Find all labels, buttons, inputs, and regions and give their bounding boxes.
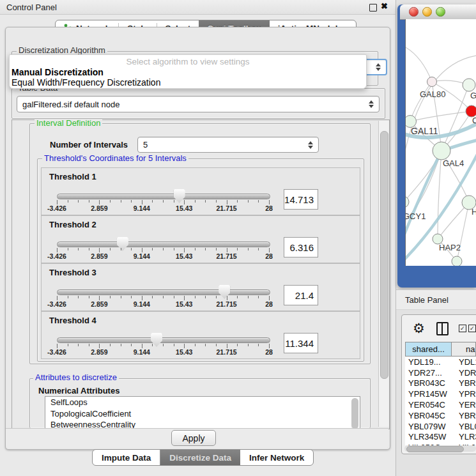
num-intervals-combobox[interactable]: 5 [137,137,319,153]
threshold-4-slider-track[interactable] [57,337,270,343]
table-data-value: galFiltered.sif default node [22,100,119,109]
close-icon[interactable]: ✖ [381,1,388,11]
table-row[interactable]: YBR045CYBR0 [405,410,476,421]
threshold-2-label: Threshold 2 [49,220,96,229]
network-node-gal4[interactable] [433,142,450,160]
network-canvas[interactable]: GAL80 G C GAL11 GAL4 H GCY1 HAP2 [405,19,476,266]
threshold-1-slider-track[interactable] [57,194,270,199]
table-header-row: shared... na [405,342,476,357]
tab-impute-data[interactable]: Impute Data [93,450,160,465]
list-item[interactable]: TopologicalCoefficient [45,408,360,420]
node-label-gal80: GAL80 [420,89,445,99]
control-panel-titlebar: Control Panel [0,0,395,15]
network-node[interactable] [463,79,475,91]
algorithm-dropdown-popup: Select algorithm to view settings Manual… [9,54,367,89]
split-columns-icon[interactable] [436,322,449,335]
stepper-arrows-icon [308,141,313,149]
threshold-1-value-field[interactable]: 14.713 [284,189,318,210]
settings-vertical-scrollbar[interactable] [378,121,389,427]
threshold-3-label: Threshold 3 [49,268,96,277]
network-node[interactable] [427,77,437,87]
node-label-partial-c: C [472,116,476,125]
apply-button[interactable]: Apply [171,430,216,446]
control-panel-window: Control Panel ✖ Network Style Select Cyn… [0,0,396,476]
num-intervals-label: Number of Intervals [50,140,128,150]
table-data-combobox[interactable]: galFiltered.sif default node [17,96,380,112]
network-node[interactable] [406,196,409,208]
column-header-shared-name[interactable]: shared... [405,342,452,357]
checkbox-icons[interactable]: ✓ ✓ [459,325,476,332]
table-row[interactable]: YBR043CYBR0 [405,378,476,389]
threshold-4-value-field[interactable]: 11.344 [284,333,318,353]
table-row[interactable]: YDR27...YDR2 [405,367,476,378]
checkbox-icon: ✓ [468,325,476,332]
threshold-2-panel: Threshold 2 -3.4262.8599.14415.4321.7152… [41,215,360,263]
slider-scale-labels: -3.4262.8599.14415.4321.71528 [57,348,269,356]
node-label-gal4: GAL4 [443,158,464,168]
network-node[interactable] [452,256,462,266]
network-window-titlebar [400,4,476,20]
checkbox-icon: ✓ [459,325,466,332]
node-label-hap2: HAP2 [439,243,461,252]
node-label-gal11: GAL11 [411,126,438,136]
dropdown-option-equal-width-frequency[interactable]: Equal Width/Frequency Discretization [12,77,160,88]
node-label-partial-h: H [472,207,476,217]
interval-definition-label: Interval Definition [35,119,102,128]
table-row[interactable]: YBL079WYBL0 [405,421,476,432]
threshold-1-panel: Threshold 1 -3.4262.8599.14415.4321.7152… [41,167,360,215]
algorithm-group-label: Discretization Algorithm [17,46,107,55]
table-rows: YDL19...YDL1YDR27...YDR2YBR043CYBR0YPR14… [405,357,476,445]
threshold-3-value-field[interactable]: 21.4 [284,285,318,305]
threshold-1-label: Threshold 1 [49,172,96,181]
bottom-tabbar: Impute Data Discretize Data Infer Networ… [92,449,314,466]
list-item[interactable]: SelfLoops [45,397,360,408]
dropdown-hint: Select algorithm to view settings [10,57,366,66]
numerical-attributes-label: Numerical Attributes [38,386,119,395]
float-window-icon[interactable] [369,4,377,12]
table-panel-toolbar: ⚙ ✓ ✓ [401,318,476,339]
num-intervals-value: 5 [143,140,148,150]
attributes-group-label: Attributes to discretize [33,373,119,382]
column-header-name[interactable]: na [452,342,476,357]
threshold-2-slider-track[interactable] [57,242,270,247]
gear-icon[interactable]: ⚙ [413,322,425,335]
thresholds-group-label: Threshold's Coordinates for 5 Intervals [42,154,188,163]
table-row[interactable]: YLR345WYLR3 [405,432,476,443]
network-graph: GAL80 G C GAL11 GAL4 H GCY1 HAP2 [406,19,476,266]
node-label-partial-g: G [470,91,476,100]
minimize-traffic-light-icon[interactable] [422,7,432,17]
table-horizontal-scrollbar[interactable] [404,445,476,452]
slider-scale-labels: -3.4262.8599.14415.4321.71528 [57,300,269,308]
table-panel-titlebar: Table Panel [396,289,476,310]
threshold-3-slider-track[interactable] [57,289,270,295]
threshold-3-panel: Threshold 3 -3.4262.8599.14415.4321.7152… [41,263,360,311]
table-row[interactable]: YER054CYER0 [405,399,476,410]
slider-scale-labels: -3.4262.8599.14415.4321.71528 [57,204,269,212]
stepper-arrows-icon [369,100,374,108]
table-row[interactable]: YPR145WYPR1 [405,388,476,399]
node-table: shared... na YDL19...YDL1YDR27...YDR2YBR… [405,342,476,445]
tab-infer-network[interactable]: Infer Network [240,450,313,465]
threshold-2-value-field[interactable]: 6.316 [284,237,318,257]
dropdown-option-manual-discretization[interactable]: Manual Discretization [12,67,104,77]
table-row[interactable]: YDL19...YDL1 [405,357,476,367]
threshold-4-label: Threshold 4 [49,316,96,325]
zoom-traffic-light-icon[interactable] [436,7,445,17]
table-panel-title: Table Panel [405,295,449,305]
node-label-gcy1: GCY1 [406,211,426,221]
threshold-4-panel: Threshold 4 -3.4262.8599.14415.4321.7152… [41,311,360,359]
slider-scale-labels: -3.4262.8599.14415.4321.71528 [57,252,269,260]
window-title: Control Panel [6,3,57,12]
close-traffic-light-icon[interactable] [409,7,418,17]
stepper-arrows-icon [376,63,381,71]
tab-discretize-data[interactable]: Discretize Data [160,450,240,465]
